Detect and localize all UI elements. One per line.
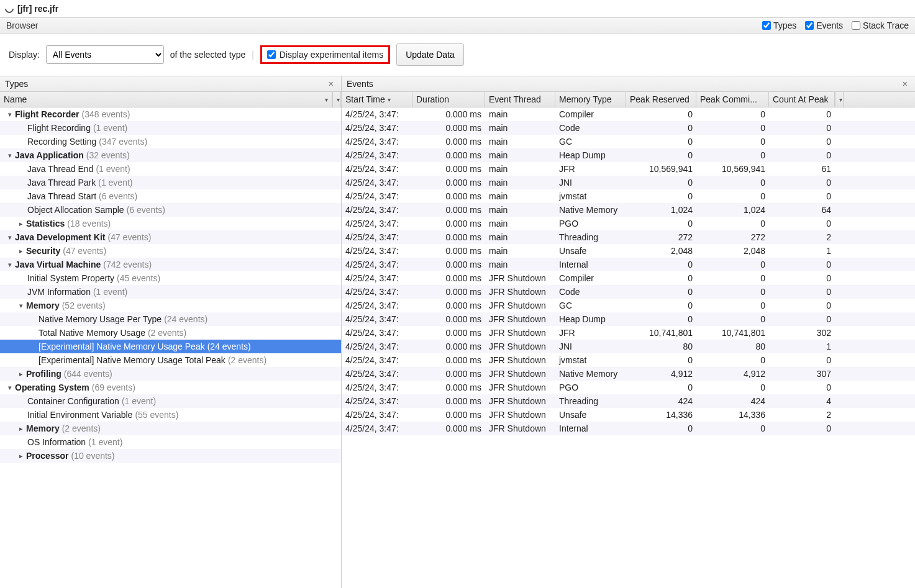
table-row[interactable]: 4/25/24, 3:47:0.000 msmainThreading27227… [342, 230, 915, 244]
table-row[interactable]: 4/25/24, 3:47:0.000 msmainPGO000 [342, 217, 915, 230]
display-select[interactable]: All Events [46, 45, 164, 64]
expand-icon[interactable]: ▸ [17, 425, 25, 433]
expand-icon[interactable]: ▾ [6, 152, 14, 160]
cell-thread: JFR Shutdown [485, 410, 555, 420]
cell-peak-reserved: 0 [626, 273, 696, 283]
experimental-checkbox[interactable]: Display experimental items [260, 45, 390, 64]
tree-item[interactable]: Java Thread End(1 event) [0, 162, 341, 176]
cell-start: 4/25/24, 3:47: [342, 341, 412, 351]
table-row[interactable]: 4/25/24, 3:47:0.000 msmainJFR10,569,9411… [342, 162, 915, 176]
tree-item[interactable]: ▾Java Development Kit(47 events) [0, 230, 341, 244]
table-row[interactable]: 4/25/24, 3:47:0.000 msJFR ShutdownJNI808… [342, 340, 915, 353]
col-count-at-peak[interactable]: Count At Peak [769, 92, 835, 107]
tree-item[interactable]: ▸Statistics(18 events) [0, 217, 341, 230]
expand-icon[interactable]: ▾ [6, 233, 14, 242]
table-row[interactable]: 4/25/24, 3:47:0.000 msJFR ShutdownHeap D… [342, 312, 915, 326]
tree-item[interactable]: Object Allocation Sample(6 events) [0, 203, 341, 217]
name-column-header[interactable]: Name ▾ [0, 92, 332, 107]
tree-item[interactable]: ▸Profiling(644 events) [0, 367, 341, 381]
tree-item[interactable]: ▾Operating System(69 events) [0, 381, 341, 394]
table-row[interactable]: 4/25/24, 3:47:0.000 msmainGC000 [342, 135, 915, 148]
col-peak-reserved[interactable]: Peak Reserved [626, 92, 696, 107]
table-row[interactable]: 4/25/24, 3:47:0.000 msJFR ShutdownNative… [342, 367, 915, 381]
col-duration[interactable]: Duration [412, 92, 485, 107]
expand-icon[interactable]: ▾ [6, 111, 14, 119]
tree-item[interactable]: Flight Recording(1 event) [0, 121, 341, 135]
tree-item[interactable]: [Experimental] Native Memory Usage Total… [0, 353, 341, 367]
tree-item[interactable]: ▾Flight Recorder(348 events) [0, 107, 341, 121]
tree-item-count: (2 events) [228, 355, 266, 365]
table-row[interactable]: 4/25/24, 3:47:0.000 msJFR ShutdownUnsafe… [342, 408, 915, 422]
tree-item-label: Initial Environment Variable [27, 410, 132, 420]
cell-peak-reserved: 0 [626, 314, 696, 324]
close-events-icon[interactable]: × [900, 79, 910, 89]
expand-icon[interactable]: ▸ [17, 247, 25, 255]
events-table[interactable]: 4/25/24, 3:47:0.000 msmainCompiler0004/2… [342, 107, 915, 588]
table-row[interactable]: 4/25/24, 3:47:0.000 msmainjvmstat000 [342, 189, 915, 203]
cell-peak-committed: 4,912 [696, 369, 769, 379]
tree-item[interactable]: Initial Environment Variable(55 events) [0, 408, 341, 422]
table-row[interactable]: 4/25/24, 3:47:0.000 msmainUnsafe2,0482,0… [342, 244, 915, 258]
tree-item-label: [Experimental] Native Memory Usage Total… [39, 355, 225, 365]
tree-item[interactable]: ▸Processor(10 events) [0, 449, 341, 463]
tree-item[interactable]: [Experimental] Native Memory Usage Peak(… [0, 340, 341, 353]
cell-memory: PGO [555, 382, 626, 392]
tree-item[interactable]: ▾Java Application(32 events) [0, 148, 341, 162]
column-menu-icon[interactable]: ▾ [835, 92, 844, 107]
expand-icon[interactable]: ▾ [6, 261, 14, 269]
cell-thread: main [485, 109, 555, 119]
tree-item[interactable]: Container Configuration(1 event) [0, 394, 341, 408]
types-tree[interactable]: ▾Flight Recorder(348 events)Flight Recor… [0, 107, 341, 588]
tree-item-count: (2 events) [148, 328, 186, 338]
stack-checkbox[interactable]: Stack Trace [852, 20, 909, 30]
tree-item[interactable]: Java Thread Park(1 event) [0, 176, 341, 189]
col-start-time[interactable]: Start Time ▾ [342, 92, 412, 107]
table-row[interactable]: 4/25/24, 3:47:0.000 msmainJNI000 [342, 176, 915, 189]
table-row[interactable]: 4/25/24, 3:47:0.000 msJFR Shutdownjvmsta… [342, 353, 915, 367]
tree-item[interactable]: Java Thread Start(6 events) [0, 189, 341, 203]
expand-icon[interactable]: ▸ [17, 452, 25, 460]
tree-item[interactable]: OS Information(1 event) [0, 435, 341, 449]
table-row[interactable]: 4/25/24, 3:47:0.000 msmainCode000 [342, 121, 915, 135]
table-row[interactable]: 4/25/24, 3:47:0.000 msmainHeap Dump000 [342, 148, 915, 162]
cell-thread: main [485, 246, 555, 256]
table-row[interactable]: 4/25/24, 3:47:0.000 msJFR ShutdownJFR10,… [342, 326, 915, 340]
table-row[interactable]: 4/25/24, 3:47:0.000 msJFR ShutdownCode00… [342, 285, 915, 299]
display-suffix: of the selected type [170, 50, 245, 60]
tree-item[interactable]: JVM Information(1 event) [0, 285, 341, 299]
expand-icon[interactable]: ▾ [17, 302, 25, 310]
table-row[interactable]: 4/25/24, 3:47:0.000 msJFR ShutdownThread… [342, 394, 915, 408]
events-checkbox[interactable]: Events [805, 20, 843, 30]
col-event-thread[interactable]: Event Thread [485, 92, 555, 107]
expand-icon[interactable]: ▾ [6, 384, 14, 392]
tree-item[interactable]: ▸Security(47 events) [0, 244, 341, 258]
cell-duration: 0.000 ms [412, 219, 485, 228]
table-row[interactable]: 4/25/24, 3:47:0.000 msJFR ShutdownIntern… [342, 422, 915, 435]
expand-icon[interactable]: ▸ [17, 220, 25, 228]
close-types-icon[interactable]: × [326, 79, 336, 89]
cell-peak-committed: 1,024 [696, 205, 769, 215]
table-row[interactable]: 4/25/24, 3:47:0.000 msJFR ShutdownCompil… [342, 271, 915, 285]
table-row[interactable]: 4/25/24, 3:47:0.000 msJFR ShutdownGC000 [342, 299, 915, 312]
tree-item[interactable]: ▾Java Virtual Machine(742 events) [0, 258, 341, 271]
cell-memory: PGO [555, 219, 626, 228]
tree-item[interactable]: ▾Memory(52 events) [0, 299, 341, 312]
cell-start: 4/25/24, 3:47: [342, 410, 412, 420]
table-row[interactable]: 4/25/24, 3:47:0.000 msmainCompiler000 [342, 107, 915, 121]
cell-thread: JFR Shutdown [485, 273, 555, 283]
tree-item[interactable]: Native Memory Usage Per Type(24 events) [0, 312, 341, 326]
table-row[interactable]: 4/25/24, 3:47:0.000 msJFR ShutdownPGO000 [342, 381, 915, 394]
tree-item[interactable]: Initial System Property(45 events) [0, 271, 341, 285]
cell-memory: GC [555, 301, 626, 310]
expand-icon[interactable]: ▸ [17, 370, 25, 378]
tree-item[interactable]: Recording Setting(347 events) [0, 135, 341, 148]
tree-item[interactable]: Total Native Memory Usage(2 events) [0, 326, 341, 340]
table-row[interactable]: 4/25/24, 3:47:0.000 msmainNative Memory1… [342, 203, 915, 217]
types-checkbox[interactable]: Types [762, 20, 796, 30]
tree-item[interactable]: ▸Memory(2 events) [0, 422, 341, 435]
column-menu-icon[interactable]: ▾ [332, 92, 341, 107]
update-button[interactable]: Update Data [396, 43, 464, 66]
col-peak-committed[interactable]: Peak Commi... [696, 92, 769, 107]
table-row[interactable]: 4/25/24, 3:47:0.000 msmainInternal000 [342, 258, 915, 271]
col-memory-type[interactable]: Memory Type [555, 92, 626, 107]
